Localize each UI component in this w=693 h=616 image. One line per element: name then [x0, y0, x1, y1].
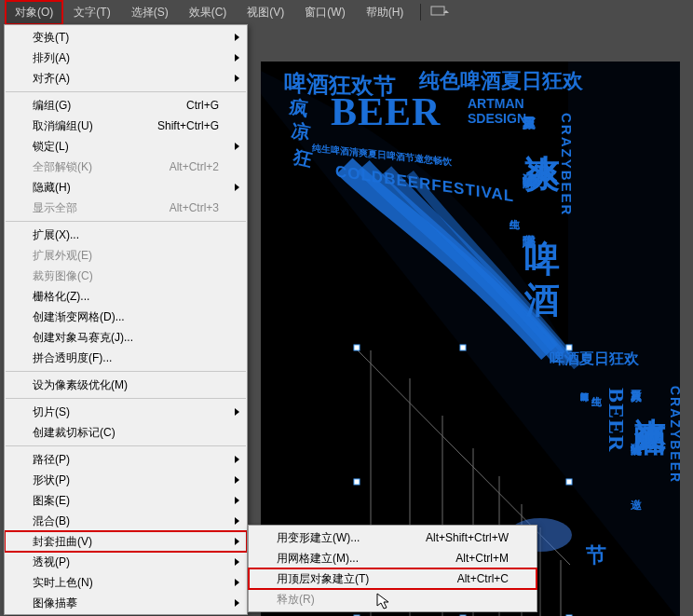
- submenu-make-with-mesh[interactable]: 用网格建立(M)...Alt+Ctrl+M: [249, 548, 537, 568]
- menu-hide[interactable]: 隐藏(H): [5, 177, 247, 198]
- menu-show-all: 显示全部Alt+Ctrl+3: [5, 198, 247, 218]
- chevron-right-icon: [235, 517, 239, 525]
- menu-rasterize[interactable]: 栅格化(Z)...: [5, 286, 247, 307]
- divider: [420, 4, 421, 21]
- menu-separator: [6, 221, 246, 222]
- chevron-right-icon: [235, 538, 239, 545]
- menu-crop-marks[interactable]: 创建裁切标记(C): [5, 422, 247, 443]
- menu-pattern[interactable]: 图案(E): [5, 490, 247, 511]
- submenu-make-with-top-object[interactable]: 用顶层对象建立(T)Alt+Ctrl+C: [249, 568, 537, 589]
- chevron-right-icon: [235, 497, 239, 504]
- chevron-right-icon: [235, 456, 239, 463]
- menu-lock[interactable]: 锁定(L): [5, 136, 247, 157]
- menu-crop-image: 裁剪图像(C): [5, 266, 247, 286]
- menu-envelope-distort[interactable]: 封套扭曲(V): [5, 531, 247, 552]
- menu-unlock-all: 全部解锁(K)Alt+Ctrl+2: [5, 157, 247, 177]
- menu-arrange[interactable]: 排列(A): [5, 48, 247, 68]
- menu-separator: [6, 445, 246, 446]
- svg-rect-46: [566, 479, 572, 485]
- chevron-right-icon: [235, 579, 239, 586]
- menubar-item-help[interactable]: 帮助(H): [357, 1, 414, 24]
- chevron-right-icon: [235, 143, 239, 150]
- svg-text:纯色啤酒夏日狂欢: 纯色啤酒夏日狂欢: [418, 69, 584, 92]
- svg-text:节: 节: [586, 544, 607, 566]
- menubar-item-text[interactable]: 文字(T): [64, 1, 119, 24]
- svg-rect-43: [460, 345, 466, 350]
- chevron-right-icon: [235, 34, 239, 41]
- menubar-item-window[interactable]: 窗口(W): [295, 1, 354, 24]
- menu-group[interactable]: 编组(G)Ctrl+G: [5, 95, 247, 116]
- menu-separator: [6, 398, 246, 399]
- menu-live-paint[interactable]: 实时上色(N): [5, 572, 247, 593]
- menu-path[interactable]: 路径(P): [5, 449, 247, 470]
- menu-gradient-mesh[interactable]: 创建渐变网格(D)...: [5, 307, 247, 327]
- chevron-right-icon: [235, 558, 239, 566]
- svg-text:SDESIGN: SDESIGN: [468, 111, 526, 126]
- menu-align[interactable]: 对齐(A): [5, 68, 247, 89]
- svg-text:啤酒夏日狂欢: 啤酒夏日狂欢: [550, 350, 640, 366]
- svg-text:疯: 疯: [287, 96, 309, 119]
- svg-text:BEER: BEER: [605, 388, 629, 452]
- menu-perspective[interactable]: 透视(P): [5, 552, 247, 572]
- menu-blend[interactable]: 混合(B): [5, 511, 247, 531]
- menubar-item-effect[interactable]: 效果(C): [180, 1, 237, 24]
- menubar-item-view[interactable]: 视图(V): [238, 1, 293, 24]
- menu-separator: [6, 371, 246, 372]
- menu-object-mosaic[interactable]: 创建对象马赛克(J)...: [5, 327, 247, 348]
- menu-image-trace[interactable]: 图像描摹: [5, 593, 247, 613]
- svg-text:ARTMAN: ARTMAN: [468, 96, 524, 111]
- menubar-item-object[interactable]: 对象(O): [6, 1, 62, 24]
- chevron-right-icon: [235, 476, 239, 484]
- chevron-right-icon: [235, 75, 239, 82]
- menu-separator: [6, 91, 246, 92]
- menu-expand[interactable]: 扩展(X)...: [5, 225, 247, 245]
- menu-expand-appearance: 扩展外观(E): [5, 245, 247, 266]
- svg-rect-39: [354, 345, 360, 350]
- menu-shape[interactable]: 形状(P): [5, 470, 247, 490]
- essentials-dropdown-icon[interactable]: [428, 4, 451, 21]
- svg-text:狂: 狂: [291, 145, 315, 170]
- submenu-make-with-warp[interactable]: 用变形建立(W)...Alt+Shift+Ctrl+W: [249, 527, 537, 548]
- svg-rect-40: [566, 345, 572, 350]
- svg-rect-45: [354, 479, 360, 485]
- menu-ungroup[interactable]: 取消编组(U)Shift+Ctrl+G: [5, 116, 247, 136]
- cursor-pointer-icon: [376, 593, 393, 611]
- menu-transform[interactable]: 变换(T): [5, 27, 247, 48]
- menu-slice[interactable]: 切片(S): [5, 402, 247, 422]
- menu-flatten-transparency[interactable]: 拼合透明度(F)...: [5, 348, 247, 368]
- svg-rect-0: [431, 7, 444, 15]
- menubar-item-select[interactable]: 选择(S): [122, 1, 178, 24]
- chevron-right-icon: [235, 599, 239, 607]
- chevron-right-icon: [235, 184, 239, 191]
- svg-text:BEER: BEER: [331, 90, 441, 133]
- svg-text:CRAZYBEER: CRAZYBEER: [559, 113, 575, 216]
- chevron-right-icon: [235, 54, 239, 62]
- svg-text:CRAZYBEER: CRAZYBEER: [668, 386, 680, 484]
- svg-text:凉: 凉: [290, 119, 312, 143]
- object-menu: 变换(T) 排列(A) 对齐(A) 编组(G)Ctrl+G 取消编组(U)Shi…: [4, 24, 248, 615]
- menubar: 对象(O) 文字(T) 选择(S) 效果(C) 视图(V) 窗口(W) 帮助(H…: [0, 0, 693, 24]
- menu-pixel-perfect[interactable]: 设为像素级优化(M): [5, 375, 247, 395]
- chevron-right-icon: [235, 408, 239, 416]
